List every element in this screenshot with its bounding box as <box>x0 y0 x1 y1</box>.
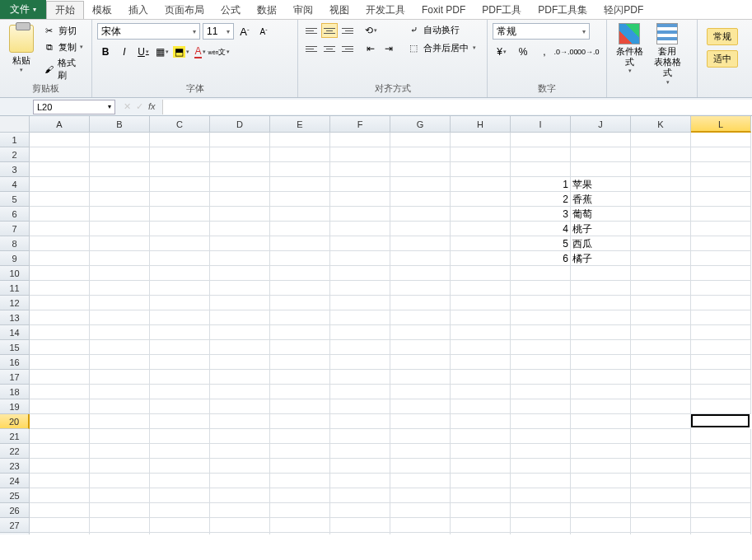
cell-F12[interactable] <box>330 296 390 310</box>
cell-L11[interactable] <box>691 281 751 296</box>
cell-F4[interactable] <box>330 177 390 192</box>
cell-J9[interactable]: 橘子 <box>571 251 631 266</box>
cell-B26[interactable] <box>90 503 150 518</box>
cell-G15[interactable] <box>390 340 451 355</box>
bold-button[interactable]: B <box>97 44 114 60</box>
cell-A17[interactable] <box>30 370 90 385</box>
tab-developer[interactable]: 开发工具 <box>357 1 413 19</box>
cell-I6[interactable]: 3 <box>511 207 571 222</box>
cell-F26[interactable] <box>330 503 390 518</box>
cell-D26[interactable] <box>210 503 270 518</box>
cell-H23[interactable] <box>451 459 511 474</box>
cell-F28[interactable] <box>330 533 390 534</box>
cell-C16[interactable] <box>150 355 210 370</box>
cell-B17[interactable] <box>90 370 150 385</box>
row-header-3[interactable]: 3 <box>0 162 30 177</box>
cell-C28[interactable] <box>150 533 210 534</box>
tab-formulas[interactable]: 公式 <box>213 1 249 19</box>
cell-E9[interactable] <box>270 251 330 266</box>
cell-G10[interactable] <box>390 266 451 281</box>
column-header-B[interactable]: B <box>90 116 150 133</box>
cell-B25[interactable] <box>90 488 150 503</box>
cell-J6[interactable]: 葡萄 <box>571 207 631 222</box>
cell-C25[interactable] <box>150 488 210 503</box>
cell-J26[interactable] <box>571 503 631 518</box>
cell-E4[interactable] <box>270 177 330 192</box>
cell-H22[interactable] <box>451 444 511 459</box>
cell-A10[interactable] <box>30 266 90 281</box>
cell-L6[interactable] <box>691 207 751 222</box>
row-header-12[interactable]: 12 <box>0 296 30 310</box>
tab-templates[interactable]: 模板 <box>84 1 120 19</box>
cell-K27[interactable] <box>631 518 691 533</box>
cell-D24[interactable] <box>210 474 270 488</box>
cell-I1[interactable] <box>511 133 571 147</box>
cell-J25[interactable] <box>571 488 631 503</box>
cell-D6[interactable] <box>210 207 270 222</box>
cell-D15[interactable] <box>210 340 270 355</box>
column-header-C[interactable]: C <box>150 116 210 133</box>
cell-H16[interactable] <box>451 355 511 370</box>
cell-G25[interactable] <box>390 488 451 503</box>
cell-F9[interactable] <box>330 251 390 266</box>
cell-F3[interactable] <box>330 162 390 177</box>
cell-H8[interactable] <box>451 236 511 251</box>
cell-A13[interactable] <box>30 310 90 325</box>
cell-B21[interactable] <box>90 429 150 444</box>
cell-F27[interactable] <box>330 518 390 533</box>
row-header-16[interactable]: 16 <box>0 355 30 370</box>
tab-data[interactable]: 数据 <box>249 1 285 19</box>
cell-I14[interactable] <box>511 325 571 340</box>
cell-J10[interactable] <box>571 266 631 281</box>
cell-D2[interactable] <box>210 147 270 162</box>
cell-H28[interactable] <box>451 533 511 534</box>
row-header-13[interactable]: 13 <box>0 310 30 325</box>
cell-H13[interactable] <box>451 310 511 325</box>
cell-D25[interactable] <box>210 488 270 503</box>
cell-B27[interactable] <box>90 518 150 533</box>
cell-J4[interactable]: 苹果 <box>571 177 631 192</box>
cell-L21[interactable] <box>691 429 751 444</box>
cell-E26[interactable] <box>270 503 330 518</box>
cell-G28[interactable] <box>390 533 451 534</box>
cell-B16[interactable] <box>90 355 150 370</box>
cell-A15[interactable] <box>30 340 90 355</box>
cell-A26[interactable] <box>30 503 90 518</box>
cell-L20[interactable] <box>691 414 750 427</box>
row-header-20[interactable]: 20 <box>0 414 30 429</box>
cell-E18[interactable] <box>270 385 330 399</box>
cell-C4[interactable] <box>150 177 210 192</box>
cell-K26[interactable] <box>631 503 691 518</box>
cell-F15[interactable] <box>330 340 390 355</box>
row-header-4[interactable]: 4 <box>0 177 30 192</box>
cell-J27[interactable] <box>571 518 631 533</box>
cell-A9[interactable] <box>30 251 90 266</box>
row-header-21[interactable]: 21 <box>0 429 30 444</box>
cell-C7[interactable] <box>150 222 210 236</box>
row-header-8[interactable]: 8 <box>0 236 30 251</box>
cell-E7[interactable] <box>270 222 330 236</box>
cell-K3[interactable] <box>631 162 691 177</box>
cell-G6[interactable] <box>390 207 451 222</box>
cell-A12[interactable] <box>30 296 90 310</box>
cell-C8[interactable] <box>150 236 210 251</box>
align-top-button[interactable] <box>303 23 320 38</box>
cell-I5[interactable]: 2 <box>511 192 571 207</box>
row-header-17[interactable]: 17 <box>0 370 30 385</box>
cell-I22[interactable] <box>511 444 571 459</box>
cell-F23[interactable] <box>330 459 390 474</box>
cell-L8[interactable] <box>691 236 751 251</box>
cell-A4[interactable] <box>30 177 90 192</box>
cell-B6[interactable] <box>90 207 150 222</box>
cell-C21[interactable] <box>150 429 210 444</box>
row-header-2[interactable]: 2 <box>0 147 30 162</box>
cell-C22[interactable] <box>150 444 210 459</box>
border-button[interactable]: ▦▾ <box>154 44 170 60</box>
font-color-button[interactable]: A▾ <box>192 44 208 60</box>
cell-L24[interactable] <box>691 474 751 488</box>
row-header-23[interactable]: 23 <box>0 459 30 474</box>
cell-G26[interactable] <box>390 503 451 518</box>
cell-K5[interactable] <box>631 192 691 207</box>
tab-pdf-toolset[interactable]: PDF工具集 <box>530 1 596 19</box>
cell-J20[interactable] <box>571 414 631 429</box>
